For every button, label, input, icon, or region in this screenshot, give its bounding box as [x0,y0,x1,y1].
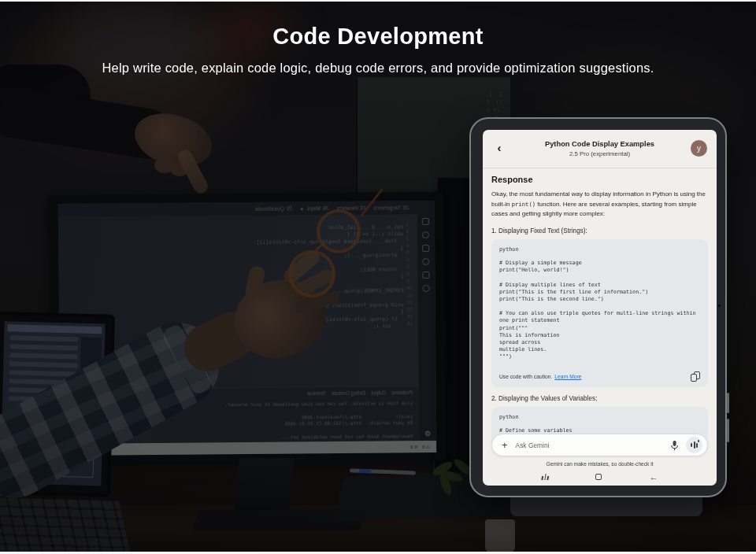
page-title: Code Development [0,24,756,50]
banner-text: Code Development Help write code, explai… [0,0,756,76]
file-icon [422,218,429,225]
response-intro: Okay, the most fundamental way to displa… [491,190,708,220]
photo-terminal-output: Live link is activate. You can now view … [159,400,413,441]
copy-icon[interactable] [691,371,700,382]
plus-icon[interactable]: + [502,440,508,450]
top-border [0,0,756,2]
refresh-icon [423,285,430,292]
volume-up-button[interactable] [727,393,729,413]
code-content: # Display a simple message print("Hello,… [499,260,700,360]
photo-glasses-lens [288,250,335,297]
gear-icon: ⚙ [419,430,436,438]
git-branch-icon [423,245,430,252]
inline-code: print() [512,201,536,208]
nav-back-icon[interactable]: ← [649,473,658,482]
model-selector[interactable]: 2.5 Pro (experimental) [483,150,717,157]
photo-ide-tabbar: JS Targetvers JS Headers JS Maps ● JS Qu… [58,201,417,218]
gemini-app-screen: ‹ Python Code Display Examples 2.5 Pro (… [483,130,717,486]
code-language-label: python [499,414,700,420]
response-scroll-area[interactable]: Response Okay, the most fundamental way … [483,168,717,448]
code-block-1: python # Display a simple message print(… [491,239,708,387]
input-placeholder: Ask Gemini [516,441,550,449]
promo-banner: } { ;) { .rt ( :4); JS Targetvers JS Hea… [0,0,756,554]
ask-gemini-input[interactable]: + Ask Gemini [491,434,708,456]
photo-laptop-keyboard [0,497,132,554]
photo-ide-activity-bar: ⚙ [417,201,437,441]
learn-more-link[interactable]: Learn More [554,374,581,379]
conversation-title: Python Code Display Examples [483,140,717,148]
app-header: ‹ Python Code Display Examples 2.5 Pro (… [483,130,717,168]
photo-ide-line-numbers: 1 2 3 4 5 6 7 8 9 10 11 12 13 14 15 [406,221,417,327]
disclaimer-text: Gemini can make mistakes, so double-chec… [483,461,717,467]
extensions-icon [423,271,430,279]
recents-icon[interactable] [541,474,549,480]
tablet-mockup: ‹ Python Code Display Examples 2.5 Pro (… [469,117,727,497]
front-camera [718,305,721,307]
debug-icon [423,258,430,265]
section1-title: 1. Displaying Fixed Text (Strings): [491,227,708,235]
page-subtitle: Help write code, explain code logic, deb… [32,61,724,76]
volume-down-button[interactable] [727,419,729,442]
photo-monitor-stand [233,458,295,518]
caution-text: Use code with caution. [499,374,552,379]
photo-cup [485,519,515,554]
android-nav-bar: ← [483,468,717,486]
code-footer: Use code with caution. Learn More [499,371,700,382]
code-language-label: python [499,246,700,253]
response-heading: Response [491,175,708,184]
back-button[interactable]: ‹ [492,139,506,157]
avatar[interactable]: y [691,140,707,157]
search-icon [422,231,429,238]
section2-title: 2. Displaying the Values of Variables: [491,395,708,402]
voice-mode-icon[interactable] [686,437,702,453]
microphone-icon[interactable] [670,440,679,451]
home-icon[interactable] [595,474,602,480]
photo-status-problems: ⚠ 0 ✕ 0 [410,444,430,449]
